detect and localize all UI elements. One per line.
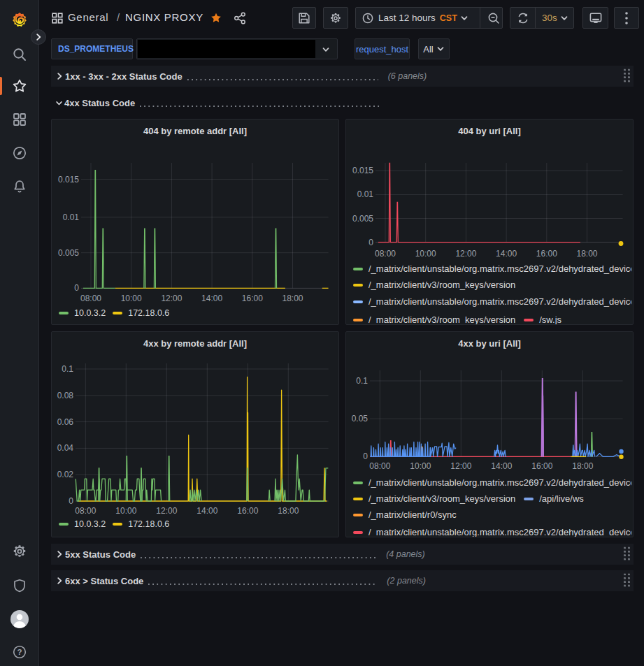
svg-text:?: ? [17,648,22,656]
